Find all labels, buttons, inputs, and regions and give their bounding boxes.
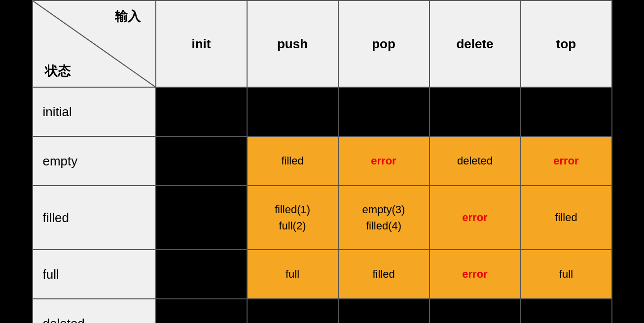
cell-full-top: full [521,250,612,299]
cell-empty-pop: error [338,136,429,186]
corner-top-label: 输入 [115,8,141,25]
cell-deleted-init [156,299,247,323]
cell-filled-init [156,186,247,250]
row-initial: initial [33,87,612,136]
state-full: full [33,250,156,299]
state-initial: initial [33,87,156,136]
cell-empty-init [156,136,247,186]
state-table: 输入 状态 init push pop delete top initial e… [32,0,612,323]
cell-initial-delete [429,87,521,136]
cell-filled-pop: empty(3) filled(4) [338,186,429,250]
header-pop: pop [338,0,429,87]
cell-filled-pop-text: empty(3) filled(4) [339,201,429,234]
cell-filled-delete: error [429,186,521,250]
header-push: push [247,0,338,87]
header-row: 输入 状态 init push pop delete top [33,0,612,87]
state-deleted: deleted [33,299,156,323]
cell-full-init [156,250,247,299]
cell-filled-push: filled(1) full(2) [247,186,338,250]
row-filled: filled filled(1) full(2) empty(3) filled… [33,186,612,250]
cell-deleted-pop [338,299,429,323]
cell-filled-push-text: filled(1) full(2) [248,201,338,234]
row-empty: empty filled error deleted error [33,136,612,186]
cell-initial-pop [338,87,429,136]
state-filled: filled [33,186,156,250]
cell-empty-top: error [521,136,612,186]
cell-deleted-delete [429,299,521,323]
cell-full-push: full [247,250,338,299]
corner-bottom-label: 状态 [45,63,71,80]
header-delete: delete [429,0,521,87]
cell-initial-init [156,87,247,136]
cell-full-delete: error [429,250,521,299]
cell-initial-push [247,87,338,136]
header-top: top [521,0,612,87]
cell-full-pop: filled [338,250,429,299]
row-full: full full filled error full [33,250,612,299]
cell-initial-top [521,87,612,136]
cell-deleted-push [247,299,338,323]
cell-filled-top: filled [521,186,612,250]
cell-empty-push: filled [247,136,338,186]
cell-empty-delete: deleted [429,136,521,186]
corner-cell: 输入 状态 [33,0,156,87]
state-empty: empty [33,136,156,186]
header-init: init [156,0,247,87]
row-deleted: deleted [33,299,612,323]
cell-deleted-top [521,299,612,323]
